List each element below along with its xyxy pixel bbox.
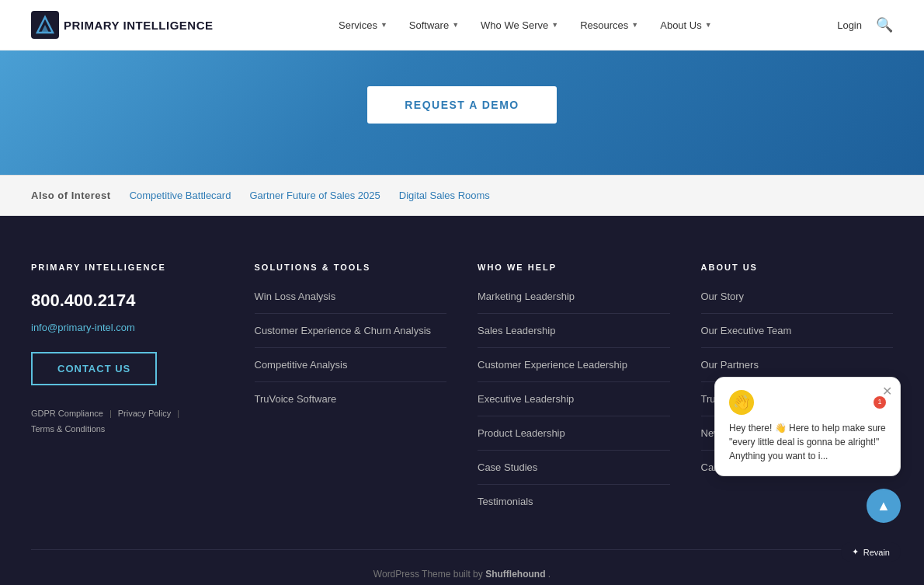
- footer-meta-links: GDPR Compliance | Privacy Policy | Terms…: [31, 409, 224, 434]
- nav-links: Services ▼ Software ▼ Who We Serve ▼ Res…: [339, 19, 712, 31]
- revain-label: Revain: [863, 548, 890, 557]
- about-our-story[interactable]: Our Story: [701, 291, 894, 314]
- who-case-studies[interactable]: Case Studies: [478, 461, 670, 485]
- nav-item-software[interactable]: Software ▼: [409, 19, 459, 31]
- chat-close-button[interactable]: ✕: [882, 384, 892, 399]
- nav-item-resources[interactable]: Resources ▼: [580, 19, 638, 31]
- footer-phone: 800.400.2174: [31, 291, 224, 311]
- navbar: Primary Intelligence Services ▼ Software…: [0, 0, 924, 50]
- nav-item-who-we-serve[interactable]: Who We Serve ▼: [481, 19, 558, 31]
- footer-built-by-text: WordPress Theme built by: [373, 569, 483, 580]
- footer-col-primary-intelligence: Primary Intelligence 800.400.2174 info@p…: [31, 263, 224, 518]
- revain-badge[interactable]: ✦ Revain: [841, 542, 901, 562]
- scroll-to-top-button[interactable]: ▲: [867, 489, 901, 523]
- hero-section: REQUEST A DEMO: [0, 50, 924, 175]
- footer-col-who-we-help: Who We Help Marketing Leadership Sales L…: [478, 263, 670, 518]
- gdpr-link[interactable]: GDPR Compliance: [31, 409, 103, 418]
- interest-link-digital-sales[interactable]: Digital Sales Rooms: [399, 190, 490, 201]
- privacy-policy-link[interactable]: Privacy Policy: [118, 409, 171, 418]
- solution-cx-churn[interactable]: Customer Experience & Churn Analysis: [255, 325, 447, 348]
- terms-link[interactable]: Terms & Conditions: [31, 424, 105, 434]
- interest-label: Also of Interest: [31, 190, 111, 201]
- shufflehound-link[interactable]: Shufflehound: [485, 569, 545, 580]
- footer-col2-title: Solutions & Tools: [255, 263, 447, 272]
- interest-bar: Also of Interest Competitive Battlecard …: [0, 175, 924, 216]
- who-product-leadership[interactable]: Product Leadership: [478, 427, 670, 451]
- who-sales-leadership[interactable]: Sales Leadership: [478, 325, 670, 348]
- chat-message: Hey there! 👋 Here to help make sure "eve…: [729, 421, 886, 463]
- request-demo-button[interactable]: REQUEST A DEMO: [367, 86, 557, 124]
- meta-sep-1: |: [109, 409, 112, 418]
- footer-bottom: WordPress Theme built by Shufflehound .: [31, 549, 893, 580]
- search-icon[interactable]: 🔍: [876, 16, 893, 33]
- who-we-help-links-list: Marketing Leadership Sales Leadership Cu…: [478, 291, 670, 518]
- logo-icon: [31, 11, 59, 39]
- chevron-down-icon: ▼: [631, 21, 638, 29]
- login-link[interactable]: Login: [837, 19, 862, 31]
- footer-email[interactable]: info@primary-intel.com: [31, 322, 224, 333]
- solutions-links-list: Win Loss Analysis Customer Experience & …: [255, 291, 447, 416]
- interest-link-gartner[interactable]: Gartner Future of Sales 2025: [249, 190, 380, 201]
- chat-avatar-row: 👋 1: [729, 390, 886, 415]
- nav-item-about-us[interactable]: About Us ▼: [660, 19, 711, 31]
- solution-truvoice[interactable]: TruVoice Software: [255, 393, 447, 416]
- logo[interactable]: Primary Intelligence: [31, 11, 214, 39]
- who-cx-leadership[interactable]: Customer Experience Leadership: [478, 359, 670, 382]
- solution-win-loss[interactable]: Win Loss Analysis: [255, 291, 447, 314]
- chevron-down-icon: ▼: [705, 21, 712, 29]
- who-marketing-leadership[interactable]: Marketing Leadership: [478, 291, 670, 314]
- chat-avatar-emoji: 👋: [733, 392, 750, 413]
- solution-competitive[interactable]: Competitive Analysis: [255, 359, 447, 382]
- chevron-down-icon: ▼: [452, 21, 459, 29]
- meta-sep-2: |: [177, 409, 179, 418]
- chevron-up-icon: ▲: [877, 498, 891, 514]
- chat-bubble: ✕ 👋 1 Hey there! 👋 Here to help make sur…: [714, 377, 901, 476]
- interest-link-battlecard[interactable]: Competitive Battlecard: [130, 190, 231, 201]
- footer-col3-title: Who We Help: [478, 263, 670, 272]
- contact-us-button[interactable]: Contact Us: [31, 352, 157, 385]
- revain-icon: ✦: [852, 547, 859, 557]
- who-executive-leadership[interactable]: Executive Leadership: [478, 393, 670, 416]
- logo-text: Primary Intelligence: [64, 19, 214, 32]
- footer-period: .: [548, 569, 551, 580]
- who-testimonials[interactable]: Testimonials: [478, 496, 670, 518]
- about-executive-team[interactable]: Our Executive Team: [701, 325, 894, 348]
- nav-item-services[interactable]: Services ▼: [339, 19, 387, 31]
- footer-col1-title: Primary Intelligence: [31, 263, 224, 272]
- footer-col-solutions: Solutions & Tools Win Loss Analysis Cust…: [255, 263, 447, 518]
- chevron-down-icon: ▼: [551, 21, 558, 29]
- footer-col4-title: About Us: [701, 263, 894, 272]
- chat-avatar: 👋: [729, 390, 754, 415]
- chevron-down-icon: ▼: [380, 21, 387, 29]
